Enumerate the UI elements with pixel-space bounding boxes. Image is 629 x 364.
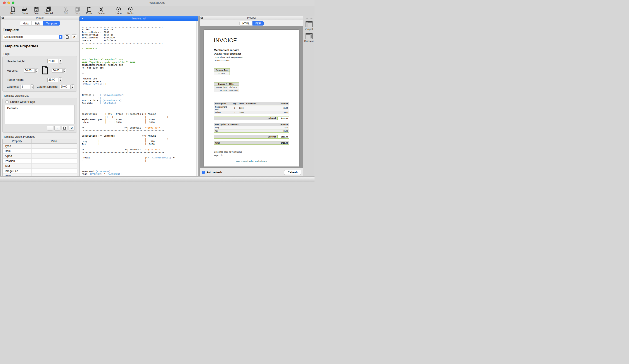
paste-button[interactable]: Paste bbox=[85, 6, 94, 14]
zoom-window-icon[interactable] bbox=[12, 1, 14, 4]
header-height-input[interactable]: 25.00 bbox=[47, 59, 58, 63]
copy-button: Copy bbox=[73, 6, 82, 14]
subtotal-2-table: Subtotal $110.00 bbox=[214, 135, 289, 139]
objects-list-label: Template Objects List bbox=[3, 94, 79, 97]
margin-left-stepper[interactable] bbox=[35, 68, 38, 73]
editor-line bbox=[82, 86, 196, 88]
preview-panel-icon bbox=[303, 33, 314, 39]
toolbar-separator bbox=[109, 6, 111, 15]
margin-right-input[interactable]: 60.00 bbox=[52, 69, 63, 73]
value-column-header[interactable]: Value bbox=[32, 139, 77, 143]
undo-button[interactable]: Undo bbox=[114, 6, 123, 14]
editor-titlebar[interactable]: ✕ Invoice.md bbox=[79, 16, 198, 21]
footer-height-input[interactable]: 25.00 bbox=[47, 78, 58, 82]
open-button[interactable]: Open bbox=[20, 6, 29, 14]
editor-line: [%InvoiceTotal] | bbox=[82, 83, 196, 86]
margin-right-stepper[interactable] bbox=[63, 68, 66, 73]
refresh-button[interactable]: Refresh bbox=[284, 170, 301, 175]
property-name-cell: Position bbox=[2, 159, 32, 164]
editor-scrollbar[interactable] bbox=[196, 21, 198, 176]
close-icon[interactable]: ✕ bbox=[81, 16, 84, 21]
table-row[interactable]: Print bbox=[2, 174, 77, 176]
toolbar-separator bbox=[56, 6, 58, 15]
property-value-cell[interactable] bbox=[32, 174, 77, 176]
tab-style[interactable]: Style bbox=[32, 21, 43, 25]
markdown-editor[interactable]: ........................................… bbox=[79, 21, 196, 176]
footer-height-stepper[interactable] bbox=[59, 78, 62, 82]
property-column-header[interactable]: Property bbox=[2, 139, 32, 143]
window-titlebar[interactable]: WickedDocs bbox=[0, 0, 314, 6]
editor-line: InvoiceDate: 1/5/2020 bbox=[82, 36, 196, 39]
company-email: contact@mechanical-repairs.com bbox=[214, 56, 289, 59]
template-objects-listbox[interactable]: Defaults bbox=[5, 105, 74, 124]
editor-line bbox=[82, 105, 196, 108]
table-row: Tax $100 bbox=[214, 129, 289, 133]
new-document-icon bbox=[11, 6, 15, 12]
move-down-button[interactable]: ↓ bbox=[54, 126, 60, 130]
list-item[interactable]: Defaults bbox=[7, 106, 72, 110]
invoice-info-table: Invoice #0001Invoice date1/5/2020Due dat… bbox=[214, 82, 239, 92]
delete-template-button[interactable]: ✕ bbox=[72, 34, 77, 39]
table-row[interactable]: Type bbox=[2, 144, 77, 149]
editor-line: InvoiceTotal: $710.00 bbox=[82, 34, 196, 37]
close-icon[interactable]: ✕ bbox=[1, 17, 4, 19]
template-select[interactable]: Default.template bbox=[2, 35, 63, 39]
save-all-button[interactable]: Save All bbox=[43, 6, 53, 14]
table-row[interactable]: Text bbox=[2, 164, 77, 169]
minimize-window-icon[interactable] bbox=[7, 1, 10, 4]
table-row[interactable]: Alpha bbox=[2, 154, 77, 159]
editor-line: # INVOICE # bbox=[82, 47, 196, 50]
delete-button[interactable]: Delete bbox=[96, 6, 106, 14]
save-button[interactable]: Save bbox=[32, 6, 41, 14]
dock-handle[interactable] bbox=[305, 18, 313, 19]
columns-input[interactable]: 1 bbox=[20, 85, 30, 89]
column-spacing-input[interactable]: 20.00 bbox=[60, 85, 71, 89]
pdf-viewport[interactable]: INVOICE Mechanical repairs Quality repai… bbox=[200, 26, 303, 168]
margin-left-input[interactable]: 60.00 bbox=[24, 69, 35, 73]
header-height-stepper[interactable] bbox=[59, 59, 62, 64]
dock-item-preview[interactable]: Preview bbox=[303, 33, 314, 43]
column-spacing-stepper[interactable] bbox=[71, 85, 74, 89]
new-template-button[interactable] bbox=[65, 34, 70, 39]
divider bbox=[1, 51, 79, 51]
property-value-cell[interactable] bbox=[32, 154, 77, 158]
new-button[interactable]: New bbox=[8, 6, 18, 14]
template-properties-heading: Template Properties bbox=[3, 44, 79, 48]
editor-line: ------------|---------------------------… bbox=[82, 137, 196, 140]
delete-object-button[interactable]: ✕ bbox=[69, 126, 74, 130]
enable-cover-page-checkbox[interactable] bbox=[5, 100, 8, 103]
editor-line: ### **Mechanical repairs** ### bbox=[82, 58, 196, 61]
property-name-cell: Text bbox=[2, 164, 32, 169]
project-panel: ✕ Project MetaStyleTemplate Template Def… bbox=[0, 16, 79, 176]
property-value-cell[interactable] bbox=[32, 144, 77, 148]
close-icon[interactable]: ✕ bbox=[200, 17, 203, 19]
editor-line bbox=[82, 75, 196, 78]
redo-button[interactable]: Redo bbox=[126, 6, 135, 14]
page-group-label: Page bbox=[3, 52, 79, 55]
editor-line: Invoice # | [%InvoiceNumber] bbox=[82, 94, 196, 97]
editor-line: :---------------------------------------… bbox=[82, 159, 196, 162]
property-value-cell[interactable] bbox=[32, 169, 77, 174]
dock-item-project[interactable]: Project bbox=[303, 21, 314, 31]
tab-html[interactable]: HTML bbox=[239, 21, 253, 25]
property-name-cell: Print bbox=[2, 174, 32, 176]
property-value-cell[interactable] bbox=[32, 149, 77, 153]
tab-pdf[interactable]: PDF bbox=[253, 21, 264, 25]
auto-refresh-checkbox[interactable]: ✓ bbox=[202, 171, 205, 174]
tab-meta[interactable]: Meta bbox=[20, 21, 32, 25]
move-up-button[interactable]: ↑ bbox=[47, 126, 53, 130]
columns-stepper[interactable] bbox=[31, 85, 34, 89]
property-value-cell[interactable] bbox=[32, 159, 77, 164]
objects-list-group: Enable Cover Page Defaults ↑ ↓ ✕ bbox=[2, 98, 77, 133]
tab-template[interactable]: Template bbox=[43, 21, 60, 25]
editor-line: Replacement part | 1 | $100 | | $100 bbox=[82, 118, 196, 121]
table-row[interactable]: Role bbox=[2, 149, 77, 154]
close-window-icon[interactable] bbox=[3, 1, 6, 4]
table-row[interactable]: Position bbox=[2, 159, 77, 164]
editor-line: ........................................… bbox=[82, 42, 196, 45]
new-object-button[interactable] bbox=[62, 126, 67, 130]
editor-line bbox=[82, 167, 196, 170]
clipboard-icon bbox=[87, 6, 92, 12]
property-value-cell[interactable] bbox=[32, 164, 77, 169]
table-row[interactable]: Image File bbox=[2, 169, 77, 174]
